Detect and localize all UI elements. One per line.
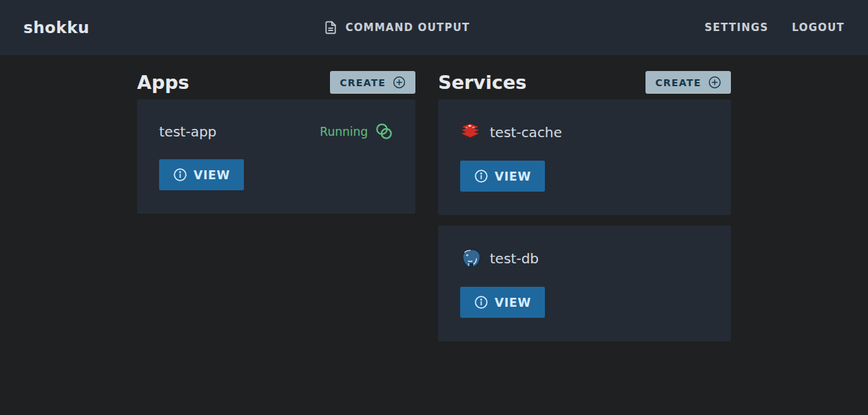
create-service-button[interactable]: CREATE (645, 71, 731, 94)
app-card-top: test-app Running (159, 122, 393, 141)
main-content: Apps CREATE test-app Running (137, 55, 731, 341)
command-output-link[interactable]: COMMAND OUTPUT (324, 21, 470, 34)
view-app-button[interactable]: VIEW (159, 159, 244, 190)
app-name: test-app (159, 123, 216, 140)
info-circle-icon (474, 295, 488, 310)
create-app-label: CREATE (340, 77, 386, 88)
service-name: test-cache (490, 124, 562, 141)
settings-link[interactable]: SETTINGS (705, 21, 769, 34)
view-service-label: VIEW (495, 296, 531, 310)
apps-column: Apps CREATE test-app Running (137, 71, 415, 341)
app-status: Running (320, 122, 393, 141)
navbar: shokku COMMAND OUTPUT SETTINGS LOGOUT (0, 0, 868, 55)
status-rings-icon (375, 122, 393, 141)
create-service-label: CREATE (655, 77, 701, 88)
brand-logo[interactable]: shokku (23, 19, 90, 37)
app-card-test-app: test-app Running (137, 99, 415, 214)
plus-circle-icon (393, 76, 406, 89)
services-header: Services CREATE (438, 71, 731, 94)
create-app-button[interactable]: CREATE (330, 71, 415, 94)
info-circle-icon (474, 169, 488, 183)
view-service-test-cache-button[interactable]: VIEW (460, 161, 545, 192)
services-column: Services CREATE (438, 71, 731, 341)
service-card-top: test-cache (460, 122, 709, 142)
info-circle-icon (173, 168, 187, 182)
apps-title: Apps (137, 72, 189, 93)
postgresql-icon (460, 248, 480, 268)
logout-link[interactable]: LOGOUT (792, 21, 845, 34)
service-entity: test-db (460, 248, 539, 268)
navbar-center: COMMAND OUTPUT (90, 21, 705, 34)
service-card-test-cache: test-cache VIEW (438, 99, 731, 215)
app-entity: test-app (159, 123, 216, 140)
service-card-test-db: test-db VIEW (438, 225, 731, 341)
view-service-test-db-button[interactable]: VIEW (460, 287, 545, 318)
view-app-label: VIEW (194, 168, 230, 182)
command-output-label: COMMAND OUTPUT (345, 21, 470, 34)
view-service-label: VIEW (495, 170, 531, 183)
service-name: test-db (490, 250, 539, 267)
app-status-label: Running (320, 125, 368, 139)
service-entity: test-cache (460, 122, 562, 142)
services-title: Services (438, 72, 526, 93)
plus-circle-icon (708, 76, 721, 89)
apps-header: Apps CREATE (137, 71, 415, 94)
file-text-icon (324, 21, 338, 34)
redis-icon (460, 122, 480, 142)
service-card-top: test-db (460, 248, 709, 268)
navbar-right: SETTINGS LOGOUT (705, 21, 845, 34)
